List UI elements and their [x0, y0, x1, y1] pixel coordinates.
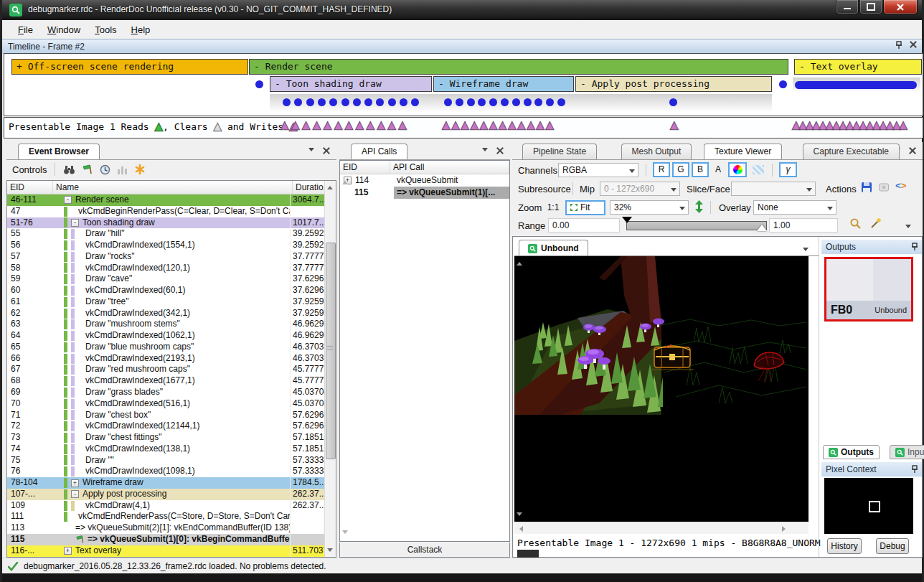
pixel-context-view[interactable] — [824, 478, 913, 534]
timeline-close-icon[interactable] — [910, 41, 916, 47]
close-button[interactable] — [883, 0, 918, 14]
channel-red-button[interactable]: R — [653, 162, 670, 177]
timeline-marker--toon-shading-draw[interactable]: - Toon shading draw — [270, 76, 432, 92]
expand-icon[interactable]: + — [64, 547, 72, 555]
minimize-button[interactable] — [836, 0, 859, 14]
checkerboard-backdrop-button[interactable] — [750, 162, 767, 177]
scroll-up-icon[interactable] — [342, 178, 348, 184]
autofit-range-icon[interactable] — [849, 217, 862, 230]
scroll-down-icon[interactable] — [342, 530, 348, 537]
column-header-eid[interactable]: EID — [7, 181, 53, 194]
event-row[interactable]: 51-76-Toon shading draw1017.7... — [7, 217, 336, 229]
canvas-scroll-up-icon[interactable] — [517, 259, 522, 266]
timeline-marker--apply-post-processing[interactable]: - Apply post processing — [575, 76, 772, 92]
event-row[interactable]: 67Draw "red mushroom caps"45.77778 — [7, 364, 336, 375]
tab-pipeline-state[interactable]: Pipeline State — [522, 144, 597, 159]
scrollbar-thumb[interactable] — [326, 243, 336, 459]
custom-action-asterisk-icon[interactable] — [134, 164, 146, 175]
zoom-fit-button[interactable]: Fit — [565, 200, 605, 215]
api-call-row[interactable]: +114vkQueueSubmit — [340, 174, 509, 187]
event-row[interactable]: 72vkCmdDrawIndexed(12144,1)57.62963 — [7, 421, 336, 432]
range-max-input[interactable]: 1.00 — [769, 218, 838, 233]
event-row[interactable]: 78-104+Wireframe draw1784.5... — [7, 477, 336, 489]
event-row[interactable]: 57Draw "rocks"37.77778 — [7, 251, 336, 263]
scroll-down-icon[interactable] — [327, 548, 333, 555]
colorwheel-backdrop-button[interactable] — [728, 162, 747, 177]
api-calls-close-icon[interactable] — [496, 147, 503, 154]
pin-icon[interactable] — [895, 41, 902, 50]
goto-resource-icon-disabled[interactable] — [878, 182, 890, 193]
event-row[interactable]: 109vkCmdDraw(4,1)262.37... — [7, 500, 336, 512]
timeline-marker--text-overlay[interactable]: - Text overlay — [794, 59, 922, 75]
find-binoculars-icon[interactable] — [63, 164, 75, 175]
range-black-point-handle[interactable] — [622, 217, 632, 223]
panel-menu-icon[interactable] — [308, 148, 314, 154]
scroll-left-icon[interactable] — [517, 526, 523, 532]
event-row[interactable]: 61Draw "tree"37.92593 — [7, 296, 336, 308]
tab-api-calls[interactable]: API Calls — [351, 144, 407, 159]
texture-viewer-close-icon[interactable] — [909, 147, 915, 154]
scroll-up-icon[interactable] — [327, 183, 333, 189]
collapse-icon[interactable]: - — [71, 490, 79, 498]
event-row[interactable]: 63Draw "mushroom stems"46.96296 — [7, 319, 336, 330]
timeline-marker--wireframe-draw[interactable]: - Wireframe draw — [433, 76, 574, 92]
event-row[interactable]: 60vkCmdDrawIndexed(60,1)37.62963 — [7, 285, 336, 296]
event-row[interactable]: 75Draw ""57.33333 — [7, 455, 336, 466]
output-fb0-thumbnail[interactable]: FB0 Unbound — [824, 257, 913, 321]
event-row[interactable]: 59Draw "cave"37.62963 — [7, 273, 336, 285]
scroll-right-icon[interactable] — [782, 526, 788, 532]
flip-y-icon[interactable] — [694, 200, 704, 213]
toolbar-overflow-button[interactable] — [902, 219, 914, 234]
menu-item-help[interactable]: Help — [124, 22, 158, 37]
history-button[interactable]: History — [827, 538, 862, 554]
save-texture-icon[interactable] — [861, 182, 872, 193]
event-row[interactable]: 111vkCmdEndRenderPass(C=Store, D=Store, … — [7, 511, 336, 522]
event-row[interactable]: 73Draw "chest fittings"57.18518 — [7, 432, 336, 443]
event-row[interactable]: 116-...+Text overlay511.7037 — [7, 545, 336, 557]
channel-green-button[interactable]: G — [672, 162, 689, 177]
panel-menu-icon[interactable] — [482, 148, 488, 154]
pin-icon[interactable] — [911, 465, 918, 474]
event-row[interactable]: 46-111-Render scene3064.7... — [7, 194, 336, 206]
event-row[interactable]: 74vkCmdDrawIndexed(138,1)57.18518 — [7, 443, 336, 455]
maximize-button[interactable] — [859, 0, 882, 14]
event-row[interactable]: 107-...-Apply post processing262.37... — [7, 489, 336, 500]
timeline-marker--off-screen-scene-rendering[interactable]: + Off-screen scene rendering — [11, 59, 248, 75]
pin-icon[interactable] — [911, 243, 918, 251]
channels-select[interactable]: RGBA — [558, 163, 638, 177]
event-row[interactable]: 115=> vkQueueSubmit(1)[0]: vkBeginComman… — [7, 534, 336, 545]
tab-texture-unbound[interactable]: Unbound — [519, 240, 588, 256]
menu-item-tools[interactable]: Tools — [88, 22, 123, 37]
event-row[interactable]: 69Draw "grass blades"45.03704 — [7, 387, 336, 398]
event-row[interactable]: 55Draw "hill"39.25926 — [7, 228, 336, 240]
bookmark-flag-icon[interactable] — [82, 164, 93, 175]
debug-button[interactable]: Debug — [876, 538, 909, 554]
statistics-icon-disabled[interactable] — [117, 164, 128, 175]
event-browser-close-icon[interactable] — [323, 147, 329, 154]
range-wand-icon[interactable] — [869, 217, 882, 230]
collapse-icon[interactable]: - — [71, 219, 79, 227]
overlay-select[interactable]: None — [753, 200, 836, 215]
menu-item-window[interactable]: Window — [40, 22, 88, 37]
zoom-1to1-button[interactable]: 1:1 — [544, 200, 562, 215]
range-slider[interactable] — [626, 221, 767, 230]
event-row[interactable]: 65Draw "blue mushroom caps"46.37037 — [7, 342, 336, 353]
column-header-eid[interactable]: EID — [340, 161, 390, 174]
tab-mesh-output[interactable]: Mesh Output — [621, 144, 692, 159]
event-row[interactable]: 71Draw "chest box"57.62963 — [7, 410, 336, 421]
tab-inputs[interactable]: Inputs — [890, 445, 924, 459]
tab-outputs[interactable]: Outputs — [823, 445, 880, 459]
texture-tab-list-icon[interactable] — [803, 248, 808, 254]
event-row[interactable]: 64vkCmdDrawIndexed(1062,1)46.96296 — [7, 330, 336, 342]
mip-select[interactable]: 0 - 1272x690 — [600, 182, 680, 196]
menu-item-file[interactable]: File — [11, 22, 40, 37]
tab-event-browser[interactable]: Event Browser — [18, 144, 100, 159]
tab-texture-viewer[interactable]: Texture Viewer — [704, 144, 782, 159]
time-durations-icon[interactable] — [100, 164, 110, 175]
event-row[interactable]: 58vkCmdDrawIndexed(120,1)37.77778 — [7, 263, 336, 274]
slice-face-select[interactable] — [731, 182, 816, 196]
range-min-input[interactable]: 0.00 — [548, 218, 620, 233]
expand-icon[interactable]: + — [71, 479, 79, 487]
channel-alpha-button[interactable]: A — [711, 162, 725, 177]
timeline-marker--render-scene[interactable]: - Render scene — [249, 59, 788, 75]
